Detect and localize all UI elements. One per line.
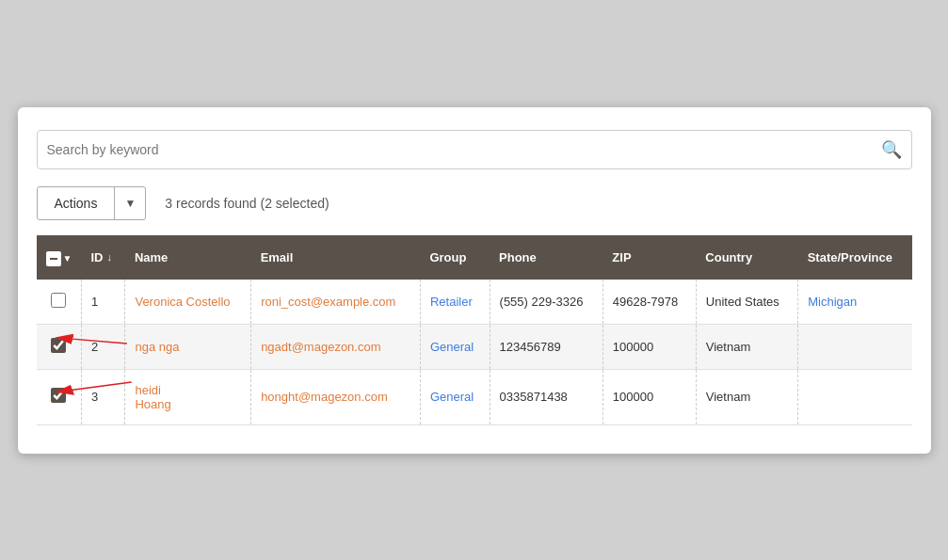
row-checkbox-cell: [37, 324, 82, 369]
search-icon: 🔍: [881, 139, 902, 160]
row-state: [798, 369, 912, 424]
header-name[interactable]: Name: [125, 235, 251, 280]
row-name: heidiHoang: [125, 369, 251, 424]
row-checkbox[interactable]: [51, 293, 66, 308]
main-container: 🔍 Actions ▼ 3 records found (2 selected)…: [18, 107, 931, 454]
row-id: 1: [81, 280, 125, 325]
header-group[interactable]: Group: [420, 235, 490, 280]
row-zip: 49628-7978: [603, 280, 696, 325]
row-phone: (555) 229-3326: [490, 280, 603, 325]
row-country: Vietnam: [696, 369, 797, 424]
row-group: General: [420, 369, 490, 424]
row-id: 3: [81, 369, 125, 424]
row-zip: 100000: [603, 369, 696, 424]
sort-down-icon: ↓: [106, 251, 112, 263]
header-email[interactable]: Email: [251, 235, 421, 280]
actions-dropdown[interactable]: Actions ▼: [37, 186, 147, 220]
state-link[interactable]: Michigan: [808, 295, 857, 309]
search-bar: 🔍: [37, 130, 912, 169]
row-checkbox[interactable]: [51, 338, 66, 353]
toolbar: Actions ▼ 3 records found (2 selected): [37, 186, 912, 220]
row-country: Vietnam: [696, 324, 797, 369]
header-state[interactable]: State/Province: [798, 235, 912, 280]
header-checkbox-ctrl[interactable]: ▼: [46, 251, 72, 266]
record-count: 3 records found (2 selected): [165, 196, 329, 211]
row-zip: 100000: [603, 324, 696, 369]
header-id-label: ID: [90, 250, 103, 264]
header-phone[interactable]: Phone: [490, 235, 603, 280]
row-state: [798, 324, 912, 369]
row-email[interactable]: honght@magezon.com: [251, 369, 421, 424]
email-link[interactable]: roni_cost@example.com: [261, 295, 395, 309]
row-email[interactable]: roni_cost@example.com: [251, 280, 421, 325]
row-id: 2: [81, 324, 125, 369]
search-input[interactable]: [47, 142, 881, 157]
customers-table: ▼ ID ↓ Name Email Group Phone ZIP Countr: [37, 235, 912, 425]
row-name: nga nga: [125, 324, 251, 369]
row-checkbox-cell: [37, 280, 82, 325]
group-link[interactable]: General: [430, 340, 474, 354]
group-link[interactable]: Retailer: [430, 295, 473, 309]
row-phone: 123456789: [490, 324, 603, 369]
actions-label: Actions: [38, 196, 115, 211]
row-email[interactable]: ngadt@magezon.com: [251, 324, 421, 369]
header-zip[interactable]: ZIP: [603, 235, 696, 280]
row-phone: 0335871438: [490, 369, 603, 424]
header-checkbox-col: ▼: [37, 235, 82, 280]
table-row: 3heidiHoanghonght@magezon.comGeneral0335…: [37, 369, 912, 424]
row-name: Veronica Costello: [125, 280, 251, 325]
row-group: Retailer: [420, 280, 490, 325]
row-state: Michigan: [798, 280, 912, 325]
email-link[interactable]: ngadt@magezon.com: [261, 340, 380, 354]
row-country: United States: [696, 280, 797, 325]
header-id[interactable]: ID ↓: [81, 235, 125, 280]
header-minus-box: [46, 251, 61, 266]
row-group: General: [420, 324, 490, 369]
actions-arrow-icon: ▼: [115, 197, 145, 210]
row-checkbox-cell: [37, 369, 82, 424]
row-checkbox[interactable]: [51, 388, 66, 403]
table-wrapper: ▼ ID ↓ Name Email Group Phone ZIP Countr: [37, 235, 912, 425]
table-row: 2nga ngangadt@magezon.comGeneral12345678…: [37, 324, 912, 369]
email-link[interactable]: honght@magezon.com: [261, 390, 388, 404]
table-header-row: ▼ ID ↓ Name Email Group Phone ZIP Countr: [37, 235, 912, 280]
group-link[interactable]: General: [430, 390, 474, 404]
header-country[interactable]: Country: [696, 235, 797, 280]
table-row: 1Veronica Costelloroni_cost@example.comR…: [37, 280, 912, 325]
header-dropdown-arrow-icon: ▼: [63, 253, 72, 264]
